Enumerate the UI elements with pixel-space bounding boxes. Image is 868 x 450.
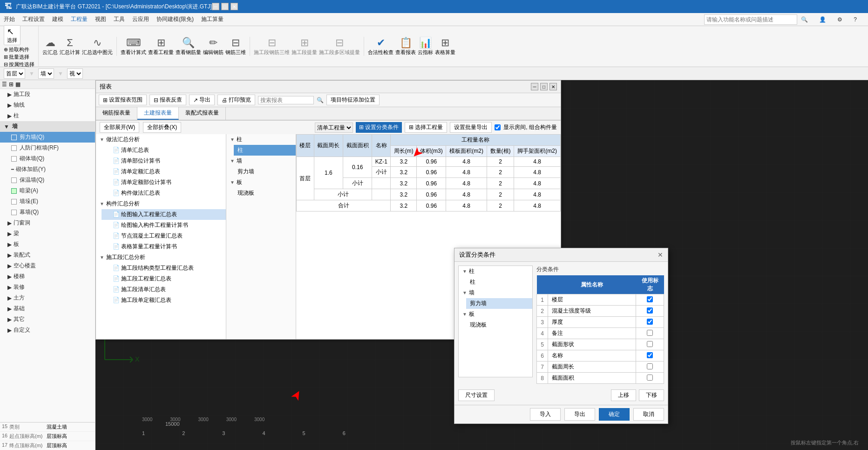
select-qty-btn[interactable]: ⊞ 选择工程量 (405, 122, 447, 133)
tree-item-component-method[interactable]: 📄 构件做法汇总表 (102, 188, 226, 198)
subtree-slab-group[interactable]: ▼板 (226, 177, 296, 188)
sidebar-item-axis[interactable]: ▶轴线 (0, 100, 95, 110)
classify-tree-wall-group[interactable]: ▼墙 (459, 287, 532, 298)
cloud-sum-btn[interactable]: ☁ 云汇总 (42, 37, 58, 56)
menu-collab[interactable]: 协同建模(限免) (156, 15, 194, 23)
classify-cancel-btn[interactable]: 取消 (633, 408, 664, 421)
tree-group-method[interactable]: ▼ 做法汇总分析 (96, 134, 226, 145)
sidebar-item-beam[interactable]: ▶梁 (0, 228, 95, 239)
classify-checkbox-6[interactable] (647, 352, 653, 358)
sidebar-item-hidden-beam[interactable]: 暗梁(A) (0, 185, 95, 196)
classify-tree-shear-wall[interactable]: 剪力墙 (466, 298, 532, 309)
view-calc-btn[interactable]: ⌨ 查看计算式 (121, 37, 146, 56)
global-search[interactable] (704, 14, 797, 25)
classify-import-btn[interactable]: 导入 (530, 408, 561, 421)
tree-item-bill-quota-summary[interactable]: 📄 清单定额汇总表 (102, 166, 226, 177)
menu-project-settings[interactable]: 工程设置 (22, 15, 45, 23)
tree-item-node-concrete[interactable]: 📄 节点混凝土工程量汇总表 (102, 231, 226, 241)
classify-checkbox-7[interactable] (647, 363, 653, 369)
sidebar-item-other[interactable]: ▶其它 (0, 314, 95, 325)
maximize-btn[interactable]: □ (221, 3, 229, 10)
tree-item-bill-position[interactable]: 📄 清单部位计算书 (102, 156, 226, 166)
tree-item-seg-quota[interactable]: 📄 施工段单定额汇总表 (102, 295, 226, 306)
sidebar-item-hollow[interactable]: ▶空心楼盖 (0, 260, 95, 271)
classify-tree-cast-slab[interactable]: 现浇板 (466, 320, 532, 330)
view-rebar-btn[interactable]: 🔍 查看钢筋量 (176, 37, 201, 56)
minimize-btn[interactable]: ─ (212, 3, 219, 10)
sidebar-item-column[interactable]: ▶柱 (0, 110, 95, 121)
sidebar-item-wall-corbel[interactable]: 墙垛(E) (0, 196, 95, 207)
sidebar-item-prefab[interactable]: ▶装配式 (0, 250, 95, 260)
tree-group-component[interactable]: ▼ 构件汇总分析 (96, 198, 226, 209)
menu-start[interactable]: 开始 (4, 15, 15, 23)
menu-construct[interactable]: 施工算量 (201, 15, 224, 23)
sidebar-item-earthwork[interactable]: ▶土方 (0, 293, 95, 303)
sidebar-item-decoration[interactable]: ▶装修 (0, 282, 95, 293)
tree-item-bill-quota-position[interactable]: 📄 清单定额部位计算书 (102, 177, 226, 188)
view-qty-btn[interactable]: ⊞ 查看工程量 (148, 37, 174, 56)
nav-filter-icon[interactable]: ▦ (15, 81, 20, 88)
cloud-index-btn[interactable]: 📊 云指标 (418, 37, 433, 56)
classify-checkbox-4[interactable] (647, 330, 653, 336)
classify-confirm-btn[interactable]: 确定 (599, 408, 630, 421)
sidebar-item-anti-blast[interactable]: 人防门框墙(RF) (0, 143, 95, 153)
sidebar-item-construction[interactable]: ▶施工段 (0, 89, 95, 100)
collapse-all-btn[interactable]: 全部折叠(X) (143, 122, 181, 133)
tree-item-bill-summary[interactable]: 📄 清单汇总表 (102, 145, 226, 156)
sum-calc-btn[interactable]: Σ 汇总计算 (60, 37, 80, 56)
sidebar-item-stair[interactable]: ▶楼梯 (0, 271, 95, 282)
construct-rebar-3d-btn[interactable]: ⊟ 施工段钢筋三维 (254, 37, 290, 56)
tab-prefab[interactable]: 装配式报表量 (179, 107, 226, 120)
report-maximize-btn[interactable]: □ (540, 83, 548, 90)
nav-list-icon[interactable]: ☰ (2, 81, 7, 88)
classify-checkbox-2[interactable] (647, 307, 653, 314)
size-setting-btn[interactable]: 尺寸设置 (458, 389, 495, 401)
tree-item-seg-total[interactable]: 📄 施工段工程量汇总表 (102, 273, 226, 284)
legality-check-btn[interactable]: ✔ 合法性检查 (368, 37, 393, 56)
report-close-btn[interactable]: ✕ (549, 83, 557, 90)
sidebar-item-door-window[interactable]: ▶门窗洞 (0, 218, 95, 228)
sidebar-item-slab[interactable]: ▶板 (0, 239, 95, 250)
floor-selector[interactable]: 首层 (4, 68, 25, 79)
project-features-btn[interactable]: 项目特征添加位置 (326, 95, 380, 105)
classify-checkbox-8[interactable] (647, 375, 653, 381)
sidebar-item-wall[interactable]: ▼墙 (0, 121, 95, 132)
tab-civil[interactable]: 土建报表量 (137, 107, 179, 120)
tree-item-seg-struct[interactable]: 📄 施工段结构类型工程量汇总表 (102, 263, 226, 273)
subtree-cast-slab[interactable]: 现浇板 (234, 188, 296, 198)
set-classify-btn[interactable]: ⊞ 设置分类条件 (356, 122, 402, 133)
show-room-checkbox[interactable] (495, 124, 501, 130)
classify-checkbox-1[interactable] (647, 296, 653, 302)
subtree-wall-group[interactable]: ▼墙 (226, 156, 296, 166)
sidebar-item-insulation[interactable]: 保温墙(Q) (0, 175, 95, 185)
help-icon[interactable]: ? (854, 16, 857, 23)
nav-grid-icon[interactable]: ⊞ (9, 81, 14, 88)
set-range-btn[interactable]: ⊞ 设置报表范围 (99, 95, 147, 105)
sidebar-item-masonry-bar[interactable]: ━砌体加筋(Y) (0, 164, 95, 175)
report-minimize-btn[interactable]: ─ (531, 83, 538, 90)
search-icon[interactable]: 🔍 (801, 16, 808, 23)
menu-quantities[interactable]: 工程量 (71, 15, 88, 23)
report-search-input[interactable] (258, 96, 314, 104)
menu-cloud[interactable]: 云应用 (132, 15, 149, 23)
sum-selected-btn[interactable]: ∿ 汇总选中图元 (82, 37, 113, 56)
tree-item-draw-calc[interactable]: 📄 绘图输入构件工程量计算书 (102, 220, 226, 231)
tree-item-table-calc[interactable]: 📄 表格算量工程量计算书 (102, 241, 226, 252)
print-preview-btn[interactable]: 🖨 打印预览 (217, 95, 255, 105)
report-search-icon[interactable]: 🔍 (317, 97, 324, 103)
rebar-3d-btn[interactable]: ⊟ 钢筋三维 (225, 37, 246, 56)
qty-type-select[interactable]: 清单工程量 (315, 123, 353, 133)
classify-close-btn[interactable]: ✕ (658, 251, 663, 259)
menu-tools[interactable]: 工具 (114, 15, 125, 23)
close-btn[interactable]: ✕ (231, 3, 238, 10)
move-up-btn[interactable]: 上移 (611, 389, 636, 401)
sidebar-item-curtain[interactable]: 幕墙(Q) (0, 207, 95, 218)
tree-group-segment[interactable]: ▼ 施工段汇总分析 (96, 252, 226, 263)
table-calc-btn[interactable]: ⊞ 表格算量 (435, 37, 455, 56)
reflect-btn[interactable]: ⊟ 报表反查 (149, 95, 186, 105)
classify-checkbox-5[interactable] (647, 341, 653, 347)
subtree-column[interactable]: 柱 (234, 145, 296, 156)
construct-multi-qty-btn[interactable]: ⊟ 施工段多区域提量 (319, 37, 360, 56)
classify-tree-slab-group[interactable]: ▼板 (459, 309, 532, 320)
sidebar-item-masonry-wall[interactable]: 砌体墙(Q) (0, 153, 95, 164)
